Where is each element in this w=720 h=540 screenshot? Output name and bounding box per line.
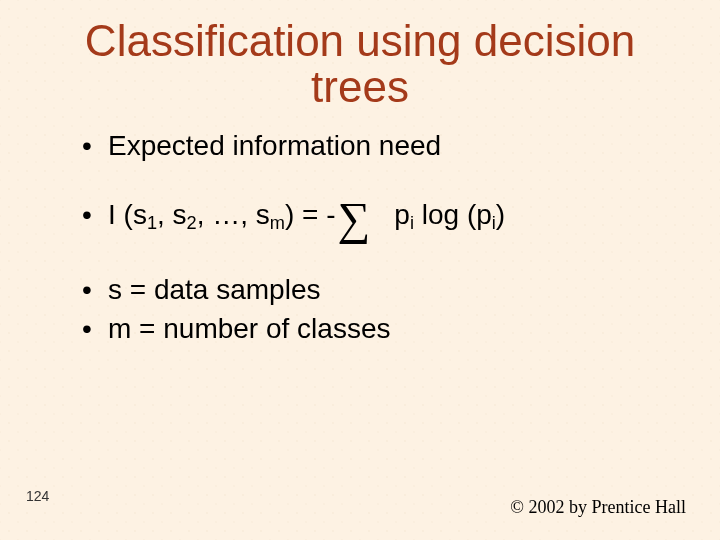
formula-rhs3: ) (496, 199, 505, 230)
bullet-text: s = data samples (108, 274, 320, 305)
sigma-icon: ∑ (338, 201, 371, 238)
copyright: © 2002 by Prentice Hall (510, 497, 686, 518)
formula-prefix: I (s (108, 199, 147, 230)
page-number: 124 (26, 488, 49, 504)
slide-title: Classification using decision trees (40, 18, 680, 110)
bullet-text: m = number of classes (108, 313, 390, 344)
slide: Classification using decision trees Expe… (0, 0, 720, 540)
bullet-expected-info: Expected information need (88, 128, 680, 163)
formula-sub2: 2 (187, 213, 197, 233)
bullet-list: Expected information need I (s1, s2, …, … (40, 128, 680, 380)
formula-rhs2: log (p (414, 199, 492, 230)
formula-sub3: m (270, 213, 285, 233)
bullet-s-def: s = data samples (88, 272, 680, 307)
formula-sep1: , s (157, 199, 187, 230)
formula-mid: ) = - (285, 199, 336, 230)
bullet-formula: I (s1, s2, …, sm) = -∑pi log (pi) (88, 197, 680, 238)
formula-sep2: , …, s (197, 199, 270, 230)
bullet-m-def: m = number of classes (88, 311, 680, 346)
formula-rhs1: p (394, 199, 410, 230)
formula-sub1: 1 (147, 213, 157, 233)
bullet-text: Expected information need (108, 130, 441, 161)
